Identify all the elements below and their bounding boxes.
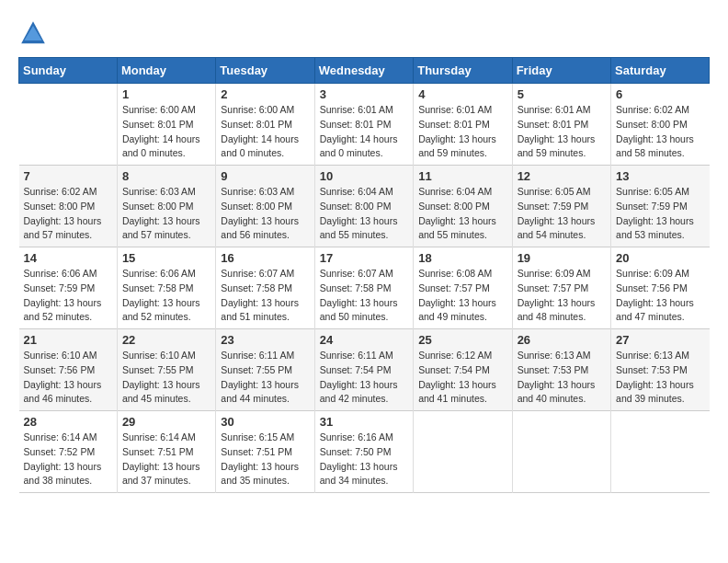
calendar-cell: 27Sunrise: 6:13 AMSunset: 7:53 PMDayligh… xyxy=(611,329,710,411)
day-info: Sunrise: 6:14 AMSunset: 7:51 PMDaylight:… xyxy=(122,431,210,488)
day-number: 21 xyxy=(24,333,112,347)
week-row-1: 1Sunrise: 6:00 AMSunset: 8:01 PMDaylight… xyxy=(19,84,710,166)
week-row-5: 28Sunrise: 6:14 AMSunset: 7:52 PMDayligh… xyxy=(19,411,710,493)
column-header-saturday: Saturday xyxy=(611,58,710,84)
week-row-4: 21Sunrise: 6:10 AMSunset: 7:56 PMDayligh… xyxy=(19,329,710,411)
day-number: 5 xyxy=(518,87,606,101)
calendar-cell xyxy=(512,411,610,493)
day-info: Sunrise: 6:14 AMSunset: 7:52 PMDaylight:… xyxy=(24,431,112,488)
day-number: 1 xyxy=(122,87,210,101)
day-info: Sunrise: 6:02 AMSunset: 8:00 PMDaylight:… xyxy=(616,103,704,161)
day-number: 3 xyxy=(320,87,408,101)
day-info: Sunrise: 6:10 AMSunset: 7:55 PMDaylight:… xyxy=(122,349,210,407)
day-info: Sunrise: 6:01 AMSunset: 8:01 PMDaylight:… xyxy=(320,103,408,161)
calendar-cell: 14Sunrise: 6:06 AMSunset: 7:59 PMDayligh… xyxy=(19,247,118,329)
calendar-cell: 13Sunrise: 6:05 AMSunset: 7:59 PMDayligh… xyxy=(611,166,710,247)
column-header-sunday: Sunday xyxy=(19,58,118,84)
calendar-cell: 20Sunrise: 6:09 AMSunset: 7:56 PMDayligh… xyxy=(611,247,710,329)
day-number: 22 xyxy=(122,333,210,347)
calendar-cell: 5Sunrise: 6:01 AMSunset: 8:01 PMDaylight… xyxy=(512,84,610,166)
calendar-cell: 2Sunrise: 6:00 AMSunset: 8:01 PMDaylight… xyxy=(216,84,314,166)
calendar-cell: 12Sunrise: 6:05 AMSunset: 7:59 PMDayligh… xyxy=(512,166,610,247)
calendar-cell xyxy=(19,84,118,166)
day-info: Sunrise: 6:07 AMSunset: 7:58 PMDaylight:… xyxy=(320,267,408,325)
calendar-cell: 21Sunrise: 6:10 AMSunset: 7:56 PMDayligh… xyxy=(19,329,118,411)
calendar-cell: 26Sunrise: 6:13 AMSunset: 7:53 PMDayligh… xyxy=(512,329,610,411)
day-number: 18 xyxy=(418,251,506,265)
day-info: Sunrise: 6:13 AMSunset: 7:53 PMDaylight:… xyxy=(518,349,606,407)
calendar-cell: 6Sunrise: 6:02 AMSunset: 8:00 PMDaylight… xyxy=(611,84,710,166)
day-info: Sunrise: 6:09 AMSunset: 7:57 PMDaylight:… xyxy=(518,267,606,325)
calendar-cell: 31Sunrise: 6:16 AMSunset: 7:50 PMDayligh… xyxy=(314,411,413,493)
day-number: 28 xyxy=(24,415,112,429)
week-row-3: 14Sunrise: 6:06 AMSunset: 7:59 PMDayligh… xyxy=(19,247,710,329)
calendar-cell: 30Sunrise: 6:15 AMSunset: 7:51 PMDayligh… xyxy=(216,411,314,493)
calendar-table: SundayMondayTuesdayWednesdayThursdayFrid… xyxy=(18,57,710,493)
calendar-header: SundayMondayTuesdayWednesdayThursdayFrid… xyxy=(19,58,710,84)
calendar-cell: 15Sunrise: 6:06 AMSunset: 7:58 PMDayligh… xyxy=(117,247,215,329)
day-number: 25 xyxy=(418,333,506,347)
calendar-cell: 19Sunrise: 6:09 AMSunset: 7:57 PMDayligh… xyxy=(512,247,610,329)
day-info: Sunrise: 6:01 AMSunset: 8:01 PMDaylight:… xyxy=(518,103,606,161)
day-info: Sunrise: 6:05 AMSunset: 7:59 PMDaylight:… xyxy=(616,185,704,243)
day-info: Sunrise: 6:11 AMSunset: 7:55 PMDaylight:… xyxy=(221,349,309,407)
day-info: Sunrise: 6:03 AMSunset: 8:00 PMDaylight:… xyxy=(122,185,210,243)
day-number: 17 xyxy=(320,251,408,265)
column-header-wednesday: Wednesday xyxy=(314,58,413,84)
day-info: Sunrise: 6:16 AMSunset: 7:50 PMDaylight:… xyxy=(320,431,408,488)
day-number: 15 xyxy=(122,251,210,265)
day-number: 10 xyxy=(320,169,408,183)
day-number: 26 xyxy=(518,333,606,347)
day-info: Sunrise: 6:05 AMSunset: 7:59 PMDaylight:… xyxy=(518,185,606,243)
day-info: Sunrise: 6:00 AMSunset: 8:01 PMDaylight:… xyxy=(122,103,210,161)
column-header-friday: Friday xyxy=(512,58,610,84)
logo-icon xyxy=(18,18,48,48)
day-number: 29 xyxy=(122,415,210,429)
day-number: 27 xyxy=(616,333,704,347)
day-number: 12 xyxy=(518,169,606,183)
day-info: Sunrise: 6:02 AMSunset: 8:00 PMDaylight:… xyxy=(24,185,112,243)
calendar-cell: 23Sunrise: 6:11 AMSunset: 7:55 PMDayligh… xyxy=(216,329,314,411)
day-number: 30 xyxy=(221,415,309,429)
day-number: 20 xyxy=(616,251,704,265)
calendar-cell: 11Sunrise: 6:04 AMSunset: 8:00 PMDayligh… xyxy=(414,166,512,247)
calendar-cell: 4Sunrise: 6:01 AMSunset: 8:01 PMDaylight… xyxy=(414,84,512,166)
calendar-cell: 16Sunrise: 6:07 AMSunset: 7:58 PMDayligh… xyxy=(216,247,314,329)
day-number: 4 xyxy=(418,87,506,101)
calendar-cell: 9Sunrise: 6:03 AMSunset: 8:00 PMDaylight… xyxy=(216,166,314,247)
calendar-cell: 8Sunrise: 6:03 AMSunset: 8:00 PMDaylight… xyxy=(117,166,215,247)
header-row: SundayMondayTuesdayWednesdayThursdayFrid… xyxy=(19,58,710,84)
day-number: 23 xyxy=(221,333,309,347)
logo xyxy=(18,18,51,48)
calendar-cell: 29Sunrise: 6:14 AMSunset: 7:51 PMDayligh… xyxy=(117,411,215,493)
week-row-2: 7Sunrise: 6:02 AMSunset: 8:00 PMDaylight… xyxy=(19,166,710,247)
day-info: Sunrise: 6:04 AMSunset: 8:00 PMDaylight:… xyxy=(418,185,506,243)
day-info: Sunrise: 6:09 AMSunset: 7:56 PMDaylight:… xyxy=(616,267,704,325)
calendar-cell: 10Sunrise: 6:04 AMSunset: 8:00 PMDayligh… xyxy=(314,166,413,247)
calendar-cell: 25Sunrise: 6:12 AMSunset: 7:54 PMDayligh… xyxy=(414,329,512,411)
calendar-cell xyxy=(611,411,710,493)
day-number: 16 xyxy=(221,251,309,265)
day-info: Sunrise: 6:04 AMSunset: 8:00 PMDaylight:… xyxy=(320,185,408,243)
day-number: 9 xyxy=(221,169,309,183)
column-header-thursday: Thursday xyxy=(414,58,512,84)
day-number: 6 xyxy=(616,87,704,101)
calendar-cell: 1Sunrise: 6:00 AMSunset: 8:01 PMDaylight… xyxy=(117,84,215,166)
day-number: 24 xyxy=(320,333,408,347)
day-info: Sunrise: 6:11 AMSunset: 7:54 PMDaylight:… xyxy=(320,349,408,407)
page-header xyxy=(18,18,710,48)
day-number: 2 xyxy=(221,87,309,101)
day-number: 31 xyxy=(320,415,408,429)
calendar-cell: 17Sunrise: 6:07 AMSunset: 7:58 PMDayligh… xyxy=(314,247,413,329)
day-number: 11 xyxy=(418,169,506,183)
day-info: Sunrise: 6:06 AMSunset: 7:58 PMDaylight:… xyxy=(122,267,210,325)
calendar-body: 1Sunrise: 6:00 AMSunset: 8:01 PMDaylight… xyxy=(19,84,710,493)
day-number: 19 xyxy=(518,251,606,265)
calendar-cell: 22Sunrise: 6:10 AMSunset: 7:55 PMDayligh… xyxy=(117,329,215,411)
calendar-cell xyxy=(414,411,512,493)
day-info: Sunrise: 6:01 AMSunset: 8:01 PMDaylight:… xyxy=(418,103,506,161)
calendar-cell: 18Sunrise: 6:08 AMSunset: 7:57 PMDayligh… xyxy=(414,247,512,329)
day-info: Sunrise: 6:08 AMSunset: 7:57 PMDaylight:… xyxy=(418,267,506,325)
column-header-tuesday: Tuesday xyxy=(216,58,314,84)
day-info: Sunrise: 6:15 AMSunset: 7:51 PMDaylight:… xyxy=(221,431,309,488)
